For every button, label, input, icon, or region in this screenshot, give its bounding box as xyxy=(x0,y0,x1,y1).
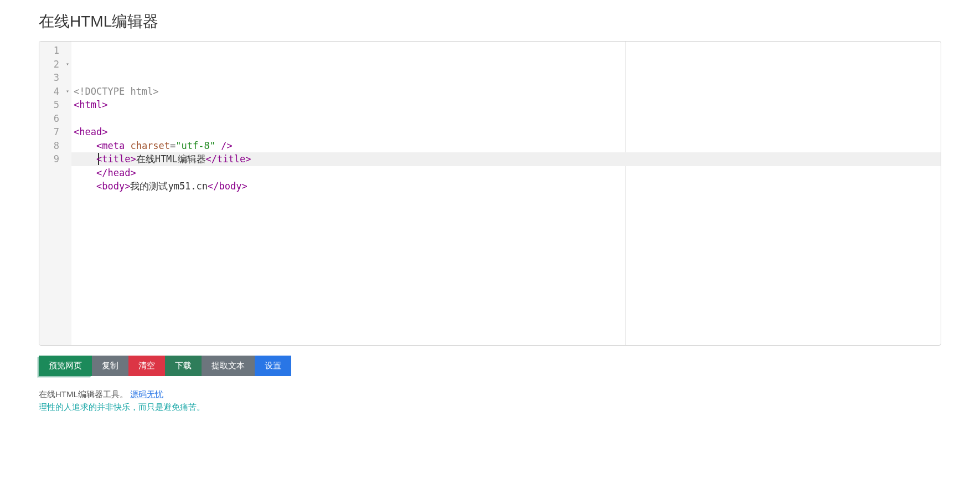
code-line[interactable]: <!DOCTYPE html> xyxy=(74,85,938,99)
preview-button[interactable]: 预览网页 xyxy=(39,356,92,376)
line-number: 6 xyxy=(42,112,59,126)
page-title: 在线HTML编辑器 xyxy=(39,11,941,32)
line-number: 8 xyxy=(42,139,59,153)
extract-text-button[interactable]: 提取文本 xyxy=(202,356,255,376)
footer-quote: 理性的人追求的并非快乐，而只是避免痛苦。 xyxy=(39,402,941,413)
code-line[interactable]: </head> xyxy=(74,166,938,180)
line-gutter: 123456789 xyxy=(39,42,64,345)
download-button[interactable]: 下载 xyxy=(165,356,202,376)
code-area[interactable]: <!DOCTYPE html><html><head> <meta charse… xyxy=(71,42,941,345)
fold-marker[interactable]: ▾ xyxy=(64,85,71,99)
fold-marker xyxy=(64,44,71,58)
fold-marker[interactable]: ▾ xyxy=(64,58,71,71)
fold-marker xyxy=(64,152,71,166)
line-number: 2 xyxy=(42,58,59,71)
fold-gutter[interactable]: ▾▾ xyxy=(64,42,71,345)
line-number: 5 xyxy=(42,98,59,112)
code-line[interactable] xyxy=(74,193,938,207)
footer: 在线HTML编辑器工具。 源码无忧 理性的人追求的并非快乐，而只是避免痛苦。 xyxy=(39,389,941,413)
line-number: 9 xyxy=(42,152,59,166)
footer-link[interactable]: 源码无忧 xyxy=(130,389,163,399)
fold-marker xyxy=(64,112,71,126)
code-line[interactable] xyxy=(74,112,938,126)
code-line[interactable]: <html> xyxy=(74,98,938,112)
code-line[interactable]: <meta charset="utf-8" /> xyxy=(74,139,938,153)
line-number: 7 xyxy=(42,125,59,139)
settings-button[interactable]: 设置 xyxy=(255,356,291,376)
code-editor[interactable]: 123456789 ▾▾ <!DOCTYPE html><html><head>… xyxy=(39,41,941,346)
toolbar: 预览网页 复制 清空 下载 提取文本 设置 xyxy=(39,356,941,376)
fold-marker xyxy=(64,98,71,112)
line-number: 4 xyxy=(42,85,59,99)
line-number: 3 xyxy=(42,71,59,85)
fold-marker xyxy=(64,71,71,85)
fold-marker xyxy=(64,125,71,139)
code-line[interactable]: <body>我的测试ym51.cn</body> xyxy=(74,179,938,193)
footer-text: 在线HTML编辑器工具。 xyxy=(39,389,128,399)
code-line[interactable]: <head> xyxy=(74,125,938,139)
print-margin xyxy=(625,42,626,345)
line-number: 1 xyxy=(42,44,59,58)
fold-marker xyxy=(64,139,71,153)
copy-button[interactable]: 复制 xyxy=(92,356,128,376)
clear-button[interactable]: 清空 xyxy=(128,356,165,376)
